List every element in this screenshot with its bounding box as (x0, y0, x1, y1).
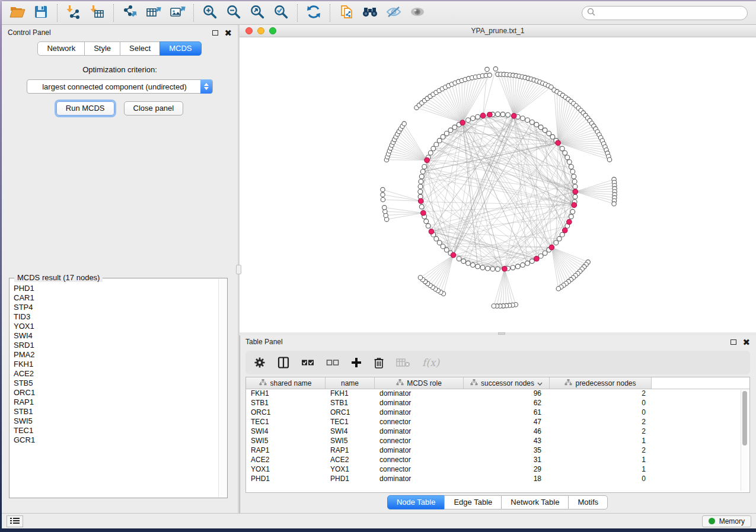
network-node[interactable] (556, 287, 560, 291)
show-panels-button[interactable] (7, 515, 23, 527)
network-node[interactable] (492, 304, 496, 308)
network-node[interactable] (419, 179, 423, 184)
mcds-result-item[interactable]: ACE2 (10, 369, 218, 379)
select-all-icon[interactable] (301, 358, 314, 367)
network-node[interactable] (471, 262, 476, 267)
network-node[interactable] (554, 241, 559, 245)
network-node[interactable] (496, 267, 500, 271)
network-node[interactable] (565, 155, 570, 160)
mcds-result-item[interactable]: PHD1 (10, 284, 218, 293)
tab-edge-table[interactable]: Edge Table (444, 495, 502, 509)
network-node[interactable] (569, 214, 573, 219)
mcds-hub-node[interactable] (556, 140, 561, 146)
table-row[interactable]: FKH1FKH1dominator962 (246, 389, 749, 399)
table-row[interactable]: YOX1YOX1connector291 (246, 465, 749, 475)
mcds-hub-node[interactable] (429, 229, 434, 235)
save-session-button[interactable] (29, 2, 53, 24)
run-mcds-button[interactable]: Run MCDS (56, 101, 114, 116)
window-close-icon[interactable] (245, 27, 253, 34)
column-header-shared-name[interactable]: shared name (246, 377, 326, 389)
mcds-hub-node[interactable] (460, 120, 465, 126)
network-node[interactable] (534, 122, 539, 127)
network-node[interactable] (431, 146, 436, 151)
network-node[interactable] (381, 197, 385, 201)
network-node[interactable] (476, 264, 480, 269)
add-icon[interactable] (351, 357, 362, 368)
network-node[interactable] (612, 201, 616, 206)
import-network-button[interactable] (62, 2, 85, 24)
network-node[interactable] (570, 169, 575, 174)
mcds-result-item[interactable]: SRD1 (10, 341, 218, 350)
network-node[interactable] (525, 261, 530, 265)
network-node[interactable] (381, 193, 385, 197)
zoom-in-button[interactable] (198, 2, 222, 24)
network-node[interactable] (547, 131, 551, 136)
mcds-hub-node[interactable] (418, 198, 423, 204)
network-node[interactable] (422, 165, 427, 169)
network-node[interactable] (418, 184, 423, 189)
network-node[interactable] (607, 158, 611, 162)
network-node[interactable] (486, 266, 490, 271)
mcds-hub-node[interactable] (562, 228, 567, 233)
network-node[interactable] (444, 131, 449, 136)
network-canvas[interactable] (240, 37, 756, 332)
mcds-hub-node[interactable] (567, 219, 572, 225)
export-network-button[interactable] (118, 2, 142, 24)
mcds-hub-node[interactable] (549, 245, 554, 250)
mcds-hub-node[interactable] (487, 112, 493, 117)
network-node[interactable] (487, 73, 492, 77)
clone-network-button[interactable] (334, 2, 358, 24)
network-node[interactable] (441, 134, 445, 139)
network-node[interactable] (418, 275, 422, 280)
network-node[interactable] (466, 118, 471, 123)
mcds-result-item[interactable]: FKH1 (10, 360, 218, 369)
network-node[interactable] (550, 134, 555, 139)
column-header-name[interactable]: name (326, 377, 375, 389)
mcds-hub-node[interactable] (573, 189, 578, 194)
column-header-predecessor-nodes[interactable]: predecessor nodes (550, 377, 652, 389)
open-session-button[interactable] (5, 2, 29, 24)
window-minimize-icon[interactable] (257, 27, 264, 34)
network-node[interactable] (466, 261, 471, 265)
mcds-result-item[interactable]: RAP1 (10, 398, 218, 407)
network-window-titlebar[interactable]: YPA_prune.txt_1 (240, 25, 756, 37)
zoom-fit-button[interactable] (245, 2, 269, 24)
network-node[interactable] (572, 179, 577, 184)
network-node[interactable] (457, 257, 461, 261)
network-node[interactable] (569, 165, 573, 169)
zoom-selected-button[interactable] (269, 2, 293, 24)
mcds-result-item[interactable]: STB1 (10, 407, 218, 416)
refresh-button[interactable] (302, 2, 326, 24)
table-row[interactable]: ACE2ACE2connector311 (246, 456, 749, 465)
network-node[interactable] (521, 116, 525, 121)
gear-icon[interactable] (254, 357, 266, 368)
search-input[interactable] (599, 9, 742, 17)
network-node[interactable] (434, 142, 439, 147)
network-node[interactable] (418, 190, 423, 194)
network-node[interactable] (461, 259, 466, 264)
table-row[interactable]: STB1STB1dominator620 (246, 399, 749, 408)
show-all-button[interactable] (406, 2, 429, 24)
network-node[interactable] (529, 120, 534, 124)
network-node[interactable] (419, 204, 424, 209)
network-node[interactable] (500, 112, 505, 117)
window-zoom-icon[interactable] (269, 27, 276, 34)
horizontal-splitter-handle[interactable] (498, 332, 505, 335)
network-node[interactable] (557, 236, 562, 241)
network-node[interactable] (563, 150, 567, 155)
network-node[interactable] (434, 236, 439, 241)
network-node[interactable] (420, 169, 425, 174)
network-node[interactable] (529, 259, 534, 264)
mcds-result-item[interactable]: TEC1 (10, 426, 218, 435)
network-node[interactable] (543, 251, 547, 255)
network-node[interactable] (448, 128, 453, 133)
float-table-panel-icon[interactable] (731, 339, 736, 345)
network-node[interactable] (426, 223, 430, 228)
table-row[interactable]: SWI4SWI4dominator462 (246, 427, 749, 437)
network-node[interactable] (525, 118, 530, 123)
table-row[interactable]: TEC1TEC1connector472 (246, 418, 749, 427)
close-panel-button[interactable]: Close panel (124, 101, 184, 116)
network-node[interactable] (511, 265, 515, 270)
mcds-result-item[interactable]: SWI5 (10, 416, 218, 426)
mcds-hub-node[interactable] (480, 113, 486, 118)
